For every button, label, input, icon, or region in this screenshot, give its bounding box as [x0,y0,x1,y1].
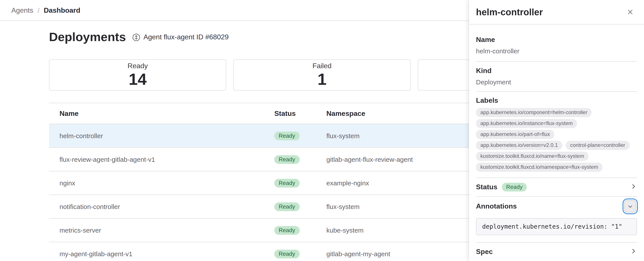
column-header-status: Status [264,103,316,124]
close-icon[interactable] [624,6,636,18]
section-label: Labels [476,96,637,105]
page-title: Deployments [49,28,126,46]
status-badge: Ready [274,155,300,164]
drawer-section-annotations: Annotations deployment.kubernetes.io/rev… [476,197,637,243]
label-chip: kustomize.toolkit.fluxcd.io/namespace=fl… [476,163,602,172]
status-badge: Ready [274,202,300,211]
drawer-section-kind: Kind Deployment [476,62,637,92]
chevron-down-icon[interactable] [624,200,636,213]
section-label: Spec [476,247,493,257]
chevron-right-icon[interactable] [630,183,637,191]
agent-label: Agent flux-agent ID #68029 [144,33,229,41]
label-chip: kustomize.toolkit.fluxcd.io/name=flux-sy… [476,152,588,161]
drawer-section-spec[interactable]: Spec [476,243,637,261]
stat-card-ready: Ready 14 [49,59,226,90]
section-label: Annotations [476,202,517,211]
cell-name: nginx [49,171,264,195]
details-drawer: helm-controller Name helm-controller Kin… [469,0,644,261]
label-chip: control-plane=controller [566,141,630,150]
agent-info: Agent flux-agent ID #68029 [132,33,229,41]
status-badge: Ready [274,250,300,258]
cell-name: my-agent-gitlab-agent-v1 [49,242,264,261]
breadcrumb-separator: / [38,6,40,14]
kind-value: Deployment [476,77,637,87]
chevron-right-icon[interactable] [630,248,637,256]
label-chip: app.kubernetes.io/component=helm-control… [476,108,592,117]
status-badge: Ready [274,179,300,187]
annotations-header[interactable]: Annotations [476,199,637,213]
drawer-section-name: Name helm-controller [476,24,637,62]
name-value: helm-controller [476,46,637,56]
status-badge: Ready [274,131,300,140]
stat-label: Ready [128,61,148,70]
breadcrumb-item-agents[interactable]: Agents [12,6,33,14]
breadcrumb-item-dashboard: Dashboard [44,6,80,14]
stat-value: 1 [318,70,326,88]
cell-name: notification-controller [49,195,264,218]
label-chip: app.kubernetes.io/part-of=flux [476,130,554,139]
column-header-name: Name [49,103,264,124]
stat-label: Failed [312,61,332,70]
section-label: Name [476,35,637,45]
status-badge: Ready [274,226,300,235]
annotations-code: deployment.kubernetes.io/revision: "1" [476,218,637,235]
cell-name: helm-controller [49,124,264,148]
section-label: Kind [476,66,637,76]
cell-name: metrics-server [49,218,264,242]
stat-value: 14 [128,70,146,88]
section-label: Status [476,182,498,192]
label-chip: app.kubernetes.io/version=v2.0.1 [476,141,562,150]
app-window: Agents / Dashboard Deployments Agent flu… [0,0,644,261]
cell-name: flux-review-agent-gitlab-agent-v1 [49,148,264,171]
drawer-section-labels: Labels app.kubernetes.io/component=helm-… [476,92,637,178]
agent-icon [132,33,140,41]
label-chip: app.kubernetes.io/instance=flux-system [476,119,577,128]
drawer-section-status[interactable]: Status Ready [476,178,637,197]
stat-card-failed: Failed 1 [234,59,411,90]
status-badge: Ready [502,183,527,192]
drawer-title: helm-controller [476,7,543,17]
